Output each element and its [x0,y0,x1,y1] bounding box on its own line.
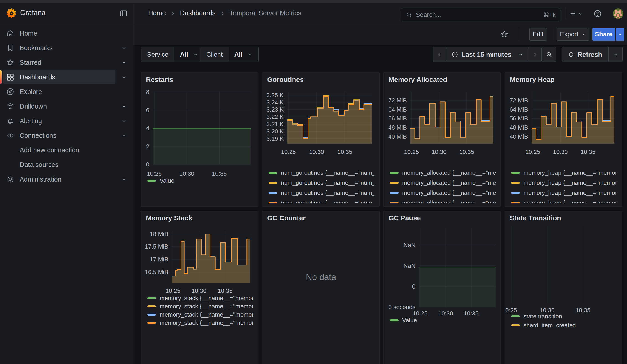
legend-item[interactable]: memory_heap {__name__="memory_h [511,169,617,176]
dashboard-toolbar: Edit Export Share [133,24,627,45]
sidebar-item-label: Home [20,30,37,37]
y-axis-tick-label: 3.22 K [262,113,284,120]
legend-item[interactable]: memory_stack {__name__="memory_s [147,295,253,302]
chart-plot-area[interactable] [287,92,372,144]
filter-service[interactable]: Service All [141,47,204,62]
time-back-button[interactable] [433,47,446,62]
time-range-picker[interactable]: Last 15 minutes [446,47,529,62]
search-shortcut: ⌘+k [543,11,556,18]
legend-item[interactable]: memory_stack {__name__="memory_s [147,303,253,310]
active-item-indicator [0,70,1,84]
panel-title[interactable]: Memory Stack [146,214,192,222]
chart-plot-area[interactable] [510,226,618,303]
legend-item[interactable]: num_goroutines {__name__="num_go [268,169,374,176]
legend-item[interactable]: memory_heap {__name__="memory_h [511,179,617,186]
x-axis-tick-label: 10:35 [580,149,595,155]
breadcrumb-dashboards[interactable]: Dashboards [180,9,215,17]
chevron-down-icon[interactable] [119,41,129,54]
y-axis-tick-label: NaN [383,242,416,249]
legend-item[interactable]: Value [147,177,253,184]
chart-plot-area[interactable] [172,230,250,283]
panel-title[interactable]: GC Counter [267,214,306,222]
sidebar-item-bookmarks[interactable]: Bookmarks [3,41,115,54]
panel-title[interactable]: Goroutines [267,76,304,84]
search-input[interactable]: Search... ⌘+k [401,8,560,21]
panel-title[interactable]: State Transition [510,214,561,222]
sidebar-item-label: Explore [20,88,42,96]
legend-item[interactable]: num_goroutines {__name__="num_go [268,179,374,186]
sidebar-item-label: Connections [20,132,56,139]
chevron-down-icon[interactable] [119,114,129,127]
chevron-down-icon[interactable] [119,56,129,69]
x-axis-tick-label: 10:35 [218,287,233,294]
y-axis-tick-label: NaN [383,262,416,269]
chart-plot-area[interactable] [410,92,493,144]
chevron-up-icon[interactable] [119,129,129,142]
legend-item[interactable]: memory_heap {__name__="memory_h [511,189,617,196]
help-icon[interactable] [593,9,602,18]
chart-plot-area[interactable] [153,92,251,164]
panel-title[interactable]: Memory Allocated [388,76,447,84]
chevron-down-icon [581,32,586,37]
share-dropdown-button[interactable] [616,28,624,41]
y-axis-tick-label: 48 MiB [383,124,407,131]
legend-series-label: memory_stack {__name__="memory_s [159,319,253,326]
chart-plot-area[interactable] [532,92,615,144]
sidebar-item-home[interactable]: Home [3,27,115,40]
legend-item[interactable]: memory_allocated {__name__="memo [390,179,496,186]
panel-title[interactable]: Restarts [146,76,173,84]
sidebar-item-add-new-connection[interactable]: Add new connection [3,144,115,157]
x-axis-tick-label: 10:25 [147,170,162,177]
chevron-down-icon[interactable] [578,11,583,16]
y-axis-tick-label: 56 MiB [383,115,407,122]
legend-item[interactable]: memory_stack {__name__="memory_s [147,319,253,326]
refresh-button[interactable]: Refresh [562,47,609,62]
chevron-down-icon[interactable] [119,70,129,84]
y-axis-tick-label: 17.5 MiB [141,243,168,250]
chart-plot-area[interactable] [419,228,496,307]
legend-series-swatch [511,315,520,317]
sidebar-item-starred[interactable]: Starred [3,56,115,69]
panel-title[interactable]: Memory Heap [510,76,555,84]
share-button[interactable]: Share [592,28,615,41]
sidebar-item-explore[interactable]: Explore [3,85,115,98]
edit-button[interactable]: Edit [529,28,547,41]
sidebar-item-dashboards[interactable]: Dashboards [3,70,115,84]
legend-series-swatch [268,172,277,174]
sidebar-item-data-sources[interactable]: Data sources [3,158,115,171]
refresh-interval-dropdown[interactable] [609,47,623,62]
filter-client[interactable]: Client All [200,47,259,62]
sidebar-item-alerting[interactable]: Alerting [3,114,115,127]
time-forward-button[interactable] [528,47,542,62]
x-axis-tick-label: 10:30 [192,287,206,294]
legend-series-swatch [147,180,156,182]
refresh-icon [568,51,574,58]
y-axis-tick-label: 0 [141,161,149,168]
legend-item[interactable]: memory_stack {__name__="memory_s [147,311,253,318]
legend-item[interactable]: num_goroutines {__name__="num_go [268,189,374,196]
legend-series-label: Value [159,177,174,184]
legend-item[interactable]: Value [390,317,496,324]
chevron-down-icon[interactable] [119,100,129,113]
sidebar-item-administration[interactable]: Administration [3,173,115,186]
grafana-logo-icon[interactable] [6,8,17,19]
search-icon [406,11,413,18]
user-avatar[interactable] [613,8,623,19]
chevron-down-icon[interactable] [119,173,129,186]
sidebar-item-drilldown[interactable]: Drilldown [3,100,115,113]
x-axis-tick-label: 10:25 [281,149,296,155]
add-new-icon[interactable] [569,9,577,17]
legend-item[interactable]: shard_item_created [511,322,617,329]
legend-item[interactable]: memory_allocated {__name__="memo [390,189,496,196]
export-button[interactable]: Export [557,28,589,41]
sidebar-item-connections[interactable]: Connections [3,129,115,142]
y-axis-tick-label: 64 MiB [383,106,407,113]
legend-item[interactable]: state transition [511,313,617,320]
sidebar-toggle-icon[interactable] [119,9,128,18]
legend-item[interactable]: memory_allocated {__name__="memo [390,169,496,176]
breadcrumb-home[interactable]: Home [148,9,166,17]
legend-clip-edge [262,204,379,207]
zoom-out-button[interactable] [542,47,556,62]
panel-title[interactable]: GC Pause [388,214,421,222]
favorite-star-icon[interactable] [500,30,509,39]
